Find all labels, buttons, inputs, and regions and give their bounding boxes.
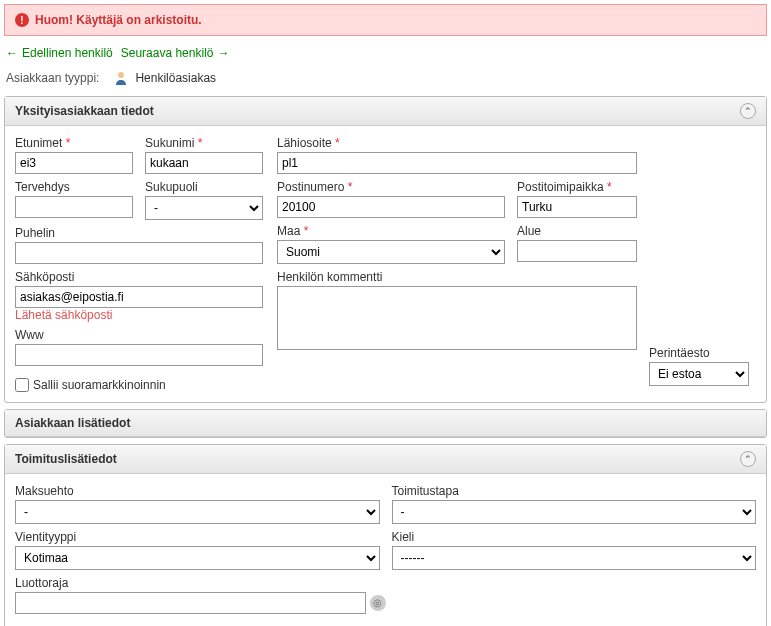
credit-label: Luottoraja (15, 576, 386, 590)
lastname-input[interactable] (145, 152, 263, 174)
country-label: Maa * (277, 224, 505, 238)
greeting-input[interactable] (15, 196, 133, 218)
lang-label: Kieli (392, 530, 757, 544)
panel-private-title: Yksityisasiakkaan tiedot (15, 104, 154, 118)
export-select[interactable]: Kotimaa (15, 546, 380, 570)
firstname-label: Etunimet * (15, 136, 133, 150)
comment-textarea[interactable] (277, 286, 637, 350)
panel-extra-head[interactable]: Asiakkaan lisätiedot (5, 410, 766, 437)
type-label: Asiakkaan tyyppi: (6, 71, 99, 85)
tag-icon[interactable]: ◎ (370, 595, 386, 611)
arrow-left-icon: ← (6, 46, 18, 60)
city-input[interactable] (517, 196, 637, 218)
arrow-right-icon: → (217, 46, 229, 60)
export-label: Vientityyppi (15, 530, 380, 544)
collection-label: Perintäesto (649, 346, 749, 360)
firstname-input[interactable] (15, 152, 133, 174)
panel-private-head: Yksityisasiakkaan tiedot ⌃ (5, 97, 766, 126)
payterm-label: Maksuehto (15, 484, 380, 498)
panel-private: Yksityisasiakkaan tiedot ⌃ Etunimet * Su… (4, 96, 767, 403)
greeting-label: Tervehdys (15, 180, 133, 194)
send-email-link[interactable]: Lähetä sähköposti (15, 308, 263, 322)
panel-delivery-head: Toimituslisätiedot ⌃ (5, 445, 766, 474)
prev-person-link[interactable]: ← Edellinen henkilö (6, 46, 113, 60)
delivery-label: Toimitustapa (392, 484, 757, 498)
city-label: Postitoimipaikka * (517, 180, 637, 194)
marketing-checkbox[interactable] (15, 378, 29, 392)
lang-select[interactable]: ------ (392, 546, 757, 570)
panel-extra: Asiakkaan lisätiedot (4, 409, 767, 438)
type-row: Asiakkaan tyyppi: Henkilöasiakas (4, 64, 767, 96)
phone-label: Puhelin (15, 226, 263, 240)
svg-point-0 (118, 72, 124, 78)
payterm-select[interactable]: - (15, 500, 380, 524)
prev-label: Edellinen henkilö (22, 46, 113, 60)
next-label: Seuraava henkilö (121, 46, 214, 60)
type-text: Henkilöasiakas (135, 71, 216, 85)
gender-select[interactable]: - (145, 196, 263, 220)
address-label: Lähiosoite * (277, 136, 637, 150)
phone-input[interactable] (15, 242, 263, 264)
collection-select[interactable]: Ei estoa (649, 362, 749, 386)
email-input[interactable] (15, 286, 263, 308)
alert-text: Huom! Käyttäjä on arkistoitu. (35, 13, 202, 27)
gender-label: Sukupuoli (145, 180, 263, 194)
address-input[interactable] (277, 152, 637, 174)
collapse-icon[interactable]: ⌃ (740, 451, 756, 467)
panel-delivery: Toimituslisätiedot ⌃ Maksuehto - Toimitu… (4, 444, 767, 626)
archive-alert: ! Huom! Käyttäjä on arkistoitu. (4, 4, 767, 36)
nav-row: ← Edellinen henkilö Seuraava henkilö → (4, 42, 767, 64)
collapse-icon[interactable]: ⌃ (740, 103, 756, 119)
lastname-label: Sukunimi * (145, 136, 263, 150)
comment-label: Henkilön kommentti (277, 270, 637, 284)
person-icon (113, 70, 129, 86)
postal-label: Postinumero * (277, 180, 505, 194)
next-person-link[interactable]: Seuraava henkilö → (121, 46, 230, 60)
country-select[interactable]: Suomi (277, 240, 505, 264)
www-input[interactable] (15, 344, 263, 366)
region-label: Alue (517, 224, 637, 238)
region-input[interactable] (517, 240, 637, 262)
type-value: Henkilöasiakas (113, 70, 216, 86)
panel-extra-title: Asiakkaan lisätiedot (15, 416, 130, 430)
credit-input[interactable] (15, 592, 366, 614)
postal-input[interactable] (277, 196, 505, 218)
email-label: Sähköposti (15, 270, 263, 284)
www-label: Www (15, 328, 263, 342)
warning-icon: ! (15, 13, 29, 27)
delivery-select[interactable]: - (392, 500, 757, 524)
marketing-label: Sallii suoramarkkinoinnin (33, 378, 166, 392)
panel-delivery-title: Toimituslisätiedot (15, 452, 117, 466)
